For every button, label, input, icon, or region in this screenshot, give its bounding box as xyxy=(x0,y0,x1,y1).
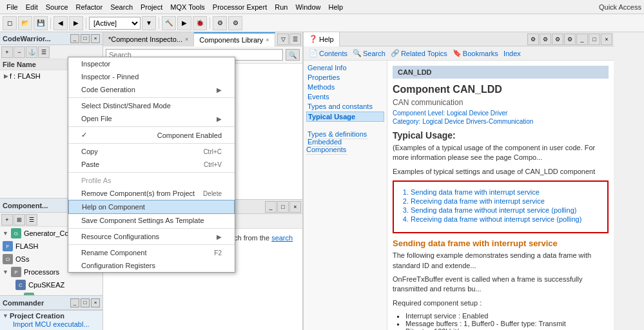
tab-components-library[interactable]: Components Library × xyxy=(194,32,275,46)
help-ctrl-max[interactable]: □ xyxy=(589,34,600,45)
ctx-component-enabled[interactable]: ✓ Component Enabled xyxy=(68,128,235,142)
toolbar-build[interactable]: 🔨 xyxy=(162,16,176,30)
comp-proc-label: Processors xyxy=(24,268,59,276)
tab-inspector-close[interactable]: × xyxy=(185,36,188,43)
toolbar-generate[interactable]: ⚙ xyxy=(213,16,227,30)
ctx-config-registers[interactable]: Configuration Registers xyxy=(68,259,235,272)
ctx-help-on-component[interactable]: Help on Component xyxy=(68,200,235,214)
left-new[interactable]: + xyxy=(1,46,13,58)
help-ctrl-2[interactable]: ⚙ xyxy=(540,34,551,45)
help-meta2: Category: Logical Device Drivers-Communi… xyxy=(393,118,609,125)
help-ctrl-3[interactable]: ⚙ xyxy=(552,34,563,45)
help-breadcrumb: CAN_LDD xyxy=(393,66,609,79)
nav-general-info[interactable]: General Info xyxy=(306,63,384,72)
usage-item-2[interactable]: Receiving data frame with interrupt serv… xyxy=(411,197,603,205)
usage-item-1[interactable]: Sending data frame with interrupt servic… xyxy=(411,188,603,196)
ctx-distinct-mode[interactable]: Select Distinct/Shared Mode xyxy=(68,99,235,112)
help-left-nav: General Info Properties Methods Events T… xyxy=(304,61,387,330)
toolbar-settings[interactable]: ⚙ xyxy=(228,16,242,30)
help-ctrl-1[interactable]: ⚙ xyxy=(527,34,539,45)
nav-properties[interactable]: Properties xyxy=(306,73,384,82)
menu-processor[interactable]: Processor Expert xyxy=(209,2,271,12)
search-ctrl-close[interactable]: × xyxy=(289,201,301,213)
toolbar-back[interactable]: ◀ xyxy=(54,16,68,30)
nav-bookmarks[interactable]: 🔖 Bookmarks xyxy=(453,49,498,57)
menu-file[interactable]: File xyxy=(3,2,22,12)
usage-item-3[interactable]: Sending data frame without interrupt ser… xyxy=(411,206,603,214)
setup-item-1: Interrupt service : Enabled xyxy=(405,312,609,320)
comp-menu[interactable]: ☰ xyxy=(26,214,37,226)
help-usage-list-box: Sending data frame with interrupt servic… xyxy=(393,180,609,233)
panel-minimize[interactable]: _ xyxy=(70,34,79,43)
toolbar-run[interactable]: ▶ xyxy=(177,16,191,30)
nav-search[interactable]: 🔍 Search xyxy=(353,49,385,57)
mid-ctrl-filter[interactable]: ▽ xyxy=(277,34,289,45)
toolbar-open[interactable]: 📂 xyxy=(18,16,32,30)
menu-window[interactable]: Window xyxy=(291,2,324,12)
help-highlight-text1: The following example demonstrates sendi… xyxy=(393,251,609,271)
panel-maximize[interactable]: □ xyxy=(81,34,90,43)
toolbar-dropdown[interactable]: ▼ xyxy=(142,16,156,30)
ctx-inspector-pinned[interactable]: Inspector - Pinned xyxy=(68,70,235,83)
toolbar-config-select[interactable]: [Active] xyxy=(89,17,141,30)
menu-help[interactable]: Help xyxy=(325,2,347,12)
left-menu[interactable]: ☰ xyxy=(38,46,50,58)
left-collapse[interactable]: − xyxy=(14,46,25,58)
commander-max[interactable]: □ xyxy=(81,298,90,307)
ctx-remove-component[interactable]: Remove Component(s) from Project Delete xyxy=(68,187,235,200)
search-ctrl-max[interactable]: □ xyxy=(277,201,289,213)
left-link[interactable]: ⚓ xyxy=(26,46,37,58)
nav-events[interactable]: Events xyxy=(306,92,384,101)
menu-run[interactable]: Run xyxy=(271,2,291,12)
nav-types-constants[interactable]: Types and constants xyxy=(306,102,384,111)
toolbar-save[interactable]: 💾 xyxy=(34,16,48,30)
ctx-save-template[interactable]: Save Component Settings As Template xyxy=(68,214,235,227)
commander-collapse[interactable]: _ xyxy=(70,298,79,307)
ctx-rename-component[interactable]: Rename Component F2 xyxy=(68,246,235,259)
panel-close[interactable]: × xyxy=(91,34,100,43)
comp-add[interactable]: + xyxy=(1,214,13,226)
flash-icon: F xyxy=(3,241,13,251)
ctx-code-generation[interactable]: Code Generation ▶ xyxy=(68,83,235,96)
menubar-right: Quick Access xyxy=(599,3,641,11)
help-ctrl-close[interactable]: × xyxy=(601,34,612,45)
menu-edit[interactable]: Edit xyxy=(22,2,42,12)
project-import[interactable]: Import MCU executabl... xyxy=(3,320,100,329)
nav-typical-usage[interactable]: Typical Usage xyxy=(306,112,384,122)
ctx-open-file[interactable]: Open File ▶ xyxy=(68,112,235,125)
tab-help[interactable]: ❓ Help xyxy=(304,32,340,46)
nav-methods[interactable]: Methods xyxy=(306,82,384,92)
tab-library-close[interactable]: × xyxy=(266,37,269,43)
search-ctrl-collapse[interactable]: _ xyxy=(265,201,277,213)
menu-project[interactable]: Project xyxy=(137,2,166,12)
menu-search[interactable]: Search xyxy=(106,2,137,12)
tab-component-inspector[interactable]: *Component Inspecto... × xyxy=(103,32,194,46)
ctx-resource-configs[interactable]: Resource Configurations ▶ xyxy=(68,230,235,243)
help-ctrl-4[interactable]: ⚙ xyxy=(564,34,576,45)
comp-os-label: OSs xyxy=(15,255,29,263)
commander-close[interactable]: × xyxy=(91,298,100,307)
tree-item-label: f : FLASH xyxy=(10,72,41,80)
ctx-copy[interactable]: Copy Ctrl+C xyxy=(68,145,235,158)
mid-ctrl-menu[interactable]: ☰ xyxy=(289,34,301,45)
ctx-paste[interactable]: Paste Ctrl+V xyxy=(68,158,235,171)
bookmarks-icon: 🔖 xyxy=(453,49,462,57)
index-label: Index xyxy=(503,50,521,57)
toolbar-new[interactable]: ◻ xyxy=(3,16,17,30)
quick-access-label: Quick Access xyxy=(599,3,641,11)
toolbar-debug[interactable]: 🐞 xyxy=(193,16,207,30)
help-ctrl-collapse[interactable]: _ xyxy=(576,34,588,45)
toolbar-forward[interactable]: ▶ xyxy=(69,16,83,30)
nav-contents[interactable]: 📄 Contents xyxy=(309,49,347,57)
nav-related[interactable]: 🔗 Related Topics xyxy=(391,49,447,57)
nav-index[interactable]: Index xyxy=(503,50,521,57)
ctx-inspector[interactable]: Inspector xyxy=(68,57,235,70)
menu-source[interactable]: Source xyxy=(42,2,72,12)
library-search-btn[interactable]: 🔍 xyxy=(286,49,300,61)
nav-embedded[interactable]: Embedded Components xyxy=(306,137,347,155)
comp-collapse[interactable]: ⊞ xyxy=(14,214,25,226)
comp-cpu[interactable]: C CpuSKEAZ xyxy=(0,278,102,291)
menu-refactor[interactable]: Refactor xyxy=(72,2,107,12)
usage-item-4[interactable]: Receiving data frame without interrupt s… xyxy=(411,215,603,223)
menu-mqx[interactable]: MQX Tools xyxy=(166,2,209,12)
